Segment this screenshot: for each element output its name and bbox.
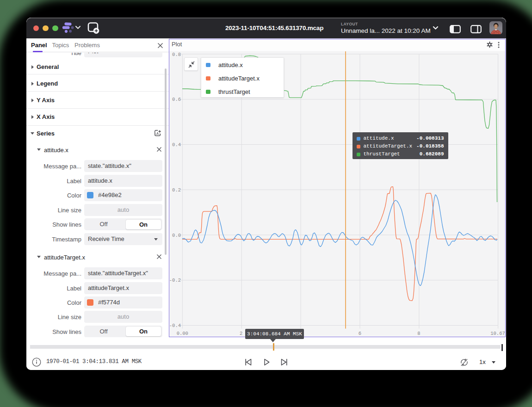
svg-text:-0.4: -0.4 (169, 323, 181, 328)
svg-text:0.2: 0.2 (172, 187, 181, 193)
svg-text:-0.2: -0.2 (169, 278, 181, 283)
svg-text:10.67: 10.67 (490, 331, 505, 336)
svg-text:6: 6 (359, 331, 361, 336)
svg-text:2: 2 (240, 331, 242, 336)
svg-text:0.0: 0.0 (172, 233, 181, 238)
svg-text:0.4: 0.4 (172, 142, 181, 148)
svg-text:8: 8 (417, 331, 420, 336)
svg-text:0.00: 0.00 (177, 331, 188, 336)
svg-text:0.8: 0.8 (172, 52, 181, 57)
svg-text:0.6: 0.6 (172, 97, 181, 102)
